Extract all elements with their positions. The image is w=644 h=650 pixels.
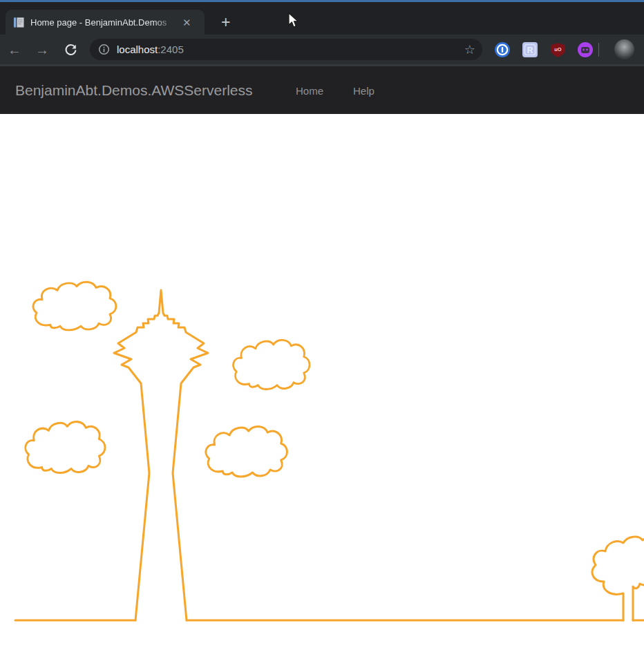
forward-button[interactable]: → [32,39,53,60]
nav-link-help[interactable]: Help [353,84,375,96]
svg-text:R: R [527,46,533,55]
tab-strip: Home page - BenjaminAbt.Demos ✕ + [0,2,644,35]
extension-r-icon[interactable]: R [521,41,539,59]
nav-link-home[interactable]: Home [296,84,323,96]
extension-1password-icon[interactable] [493,41,511,59]
site-info-icon[interactable] [98,44,110,55]
url-host: localhost [117,44,158,55]
reload-button[interactable] [60,39,81,60]
cloud-top-left [33,282,116,330]
url-text[interactable]: localhost:2405 [117,44,464,55]
browser-tab[interactable]: Home page - BenjaminAbt.Demos ✕ [6,10,205,35]
address-bar[interactable]: localhost:2405 ☆ [90,39,482,60]
profile-avatar[interactable] [614,39,634,59]
back-icon: ← [8,43,21,57]
mouse-cursor-icon [288,12,299,29]
bookmark-star-icon[interactable]: ☆ [464,44,475,56]
tab-close-icon[interactable]: ✕ [182,17,191,28]
page-favicon-icon [13,17,25,28]
forward-icon: → [35,43,49,57]
browser-window: Home page - BenjaminAbt.Demos ✕ + ← → [0,0,644,650]
url-port: :2405 [158,44,184,55]
new-tab-button[interactable]: + [221,15,230,30]
cloud-left-lower [26,422,105,473]
reload-icon [64,44,77,57]
page-content [0,114,644,650]
browser-toolbar: ← → localhost:2405 ☆ [0,35,644,64]
space-needle-outline [114,290,208,620]
seattle-space-needle-illustration [0,114,644,650]
tree-outline [592,537,644,620]
cloud-right-lower [206,426,287,477]
svg-text:uO: uO [554,46,562,52]
extension-purple-icon[interactable] [576,41,594,59]
toolbar-separator [598,43,599,57]
extension-ublock-icon[interactable]: uO [549,41,567,59]
site-brand-link[interactable]: BenjaminAbt.Demos.AWSServerless [15,82,253,99]
site-navbar: BenjaminAbt.Demos.AWSServerless Home Hel… [0,66,644,114]
tab-title: Home page - BenjaminAbt.Demos [30,17,181,28]
back-button[interactable]: ← [4,39,25,60]
cloud-right-upper [234,340,310,389]
